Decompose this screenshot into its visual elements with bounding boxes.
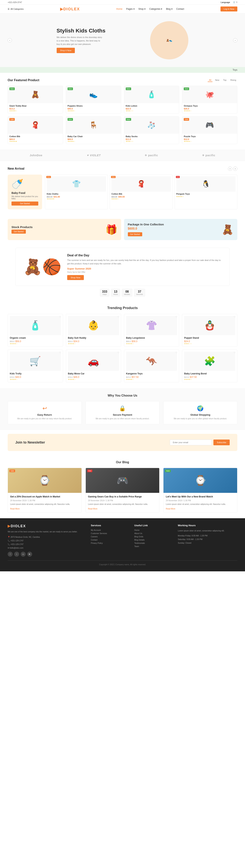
new-arrival-prev[interactable]: ‹	[228, 166, 232, 171]
filter-tab-all[interactable]: All	[208, 79, 212, 82]
product-card: Sale 🎮 Puzzle Toys $12.0 ★★★★☆	[182, 116, 237, 144]
package-cta-button[interactable]: Get Started	[128, 232, 142, 236]
promo-row: Stock Products Get Started 🎁 Package In …	[0, 215, 245, 244]
product-price: $40.0	[67, 107, 119, 110]
footer-link-item[interactable]: Testimonials	[134, 542, 174, 544]
product-image: 🐙	[182, 86, 237, 103]
trending-card: ♡ 👚 Baby Longsleeve $66.0$56.0 ★★★★☆	[124, 314, 179, 347]
arrival-badge: Hot	[176, 176, 180, 178]
nav-home[interactable]: Home	[116, 8, 122, 10]
footer-hours-desc: Lorem ipsum dolor sit amet, consectetur …	[178, 529, 237, 532]
menu-icon: ☰	[8, 8, 9, 10]
nav-pages[interactable]: Pages ▾	[126, 8, 134, 10]
why-return-desc: We are ready to give you so often an eas…	[12, 417, 78, 420]
hero-next-button[interactable]: ›	[233, 38, 237, 42]
footer-hours-col: Working Hours Lorem ipsum dolor sit amet…	[178, 524, 237, 557]
wishlist-icon[interactable]: ♡	[175, 316, 178, 318]
stock-cta-button[interactable]: Get Started	[11, 229, 26, 234]
footer-link-item[interactable]: My Account	[91, 529, 131, 531]
stock-promo-content: Stock Products Get Started	[11, 225, 32, 234]
product-stars: ★★★★☆	[67, 110, 119, 112]
blog-content: Let's Meet Up With Our a New Brand Watch…	[163, 493, 237, 512]
newsletter-section: Join to Newsletter Subscribe	[8, 434, 237, 451]
language-button[interactable]: Language	[221, 1, 230, 3]
footer-link-item[interactable]: Customer Services	[91, 532, 131, 534]
product-card: New 🧦 Baby Socks $11.0 ★★★☆☆	[124, 116, 179, 144]
trending-product-image: 👚	[126, 316, 177, 335]
nav-shop[interactable]: Shop ▾	[138, 8, 145, 10]
instagram-icon[interactable]: in	[21, 552, 26, 557]
login-button[interactable]: Log In Now	[220, 6, 237, 11]
read-more-link[interactable]: Read More	[88, 508, 98, 510]
footer-link-item[interactable]: About Us	[134, 532, 174, 534]
trending-product-stars: ★★★★☆	[184, 378, 235, 380]
new-arrival-cta[interactable]: Get Started	[11, 202, 38, 206]
all-categories-label: All Categories	[10, 8, 24, 10]
hero-image-emoji: 🧸👟	[166, 39, 172, 42]
wishlist-icon[interactable]: ♡	[234, 351, 236, 354]
package-promo-content: Package In One Collection $600.0 Get Sta…	[128, 223, 164, 236]
wishlist-icon[interactable]: ♡	[234, 316, 236, 318]
trending-product-name: Kids Trolly	[10, 372, 61, 375]
wishlist-icon[interactable]: ♡	[117, 351, 119, 354]
product-stars: ★★★★☆	[9, 110, 61, 112]
footer-link-item[interactable]: Blog Details	[134, 539, 174, 541]
countdown-seconds-num: 37	[136, 290, 143, 293]
trending-product-stars: ★★★★☆	[10, 378, 61, 380]
cart-icon[interactable]: 🛒 1	[233, 1, 237, 3]
footer-services-col: Services My Account Customer Services Ca…	[91, 524, 131, 557]
global-icon: 🌍	[167, 405, 233, 411]
wishlist-icon[interactable]: ♡	[175, 351, 178, 354]
filter-tab-top[interactable]: Top	[222, 79, 228, 82]
deal-cta-button[interactable]: Shop Now	[67, 275, 84, 280]
wishlist-icon[interactable]: ♡	[117, 316, 119, 318]
twitter-icon[interactable]: t	[14, 552, 19, 557]
package-title: Package In One Collection	[128, 223, 164, 226]
footer-link-item[interactable]: Home	[134, 529, 174, 531]
blog-card-brand-watch: New ⌚ Let's Meet Up With Our a New Brand…	[163, 468, 237, 513]
blog-meta: 29 November 2019 / 1:30 PM	[10, 499, 79, 502]
nav-categories[interactable]: Categories ▾	[149, 8, 162, 10]
trending-grid: ♡ 🧴 Organic cream $66.0$56.0 ★★★★☆ ♡ 👶 B…	[8, 314, 237, 382]
product-badge: New	[184, 88, 189, 90]
read-more-link[interactable]: Read More	[166, 508, 175, 510]
footer-phone2: 📞 +021-129-1747	[8, 542, 87, 546]
read-more-link[interactable]: Read More	[10, 508, 20, 510]
arrival-product-image: 🐧	[176, 176, 236, 192]
product-stars: ★★★★☆	[67, 141, 119, 142]
featured-header: Our Featured Product All New Top Rising	[8, 79, 237, 82]
all-categories[interactable]: ☰ All Categories	[8, 8, 24, 10]
product-image: 🎮	[182, 117, 237, 134]
product-info: Baby Car Chair $00.0 ★★★★☆	[66, 134, 121, 144]
nav-contact[interactable]: Contact	[176, 8, 184, 10]
wishlist-icon[interactable]: ♡	[59, 351, 61, 354]
trending-product-image: 🛒	[10, 352, 61, 371]
product-info: Kids Lotion $22.0 ★★★☆☆	[124, 103, 179, 113]
footer-link-item[interactable]: Careers	[91, 536, 131, 538]
footer-link-item[interactable]: Blog Grids	[134, 536, 174, 538]
trending-product-price: $56.0$34.0	[68, 340, 119, 343]
countdown-hours-label: Hours	[113, 293, 118, 295]
hero-cta-button[interactable]: Shop it Now	[57, 48, 75, 53]
facebook-icon[interactable]: f	[8, 552, 12, 557]
footer-link-item[interactable]: Contact	[91, 539, 131, 541]
arrival-badge: New	[46, 176, 51, 178]
deal-section: 🧸🏀 Deal of the Day The summer is here an…	[15, 248, 230, 286]
hero-prev-button[interactable]: ‹	[8, 38, 12, 42]
nav-blog[interactable]: Blog ▾	[166, 8, 172, 10]
blog-section: Our Blog Sale ⌚ Get a 25% Discount on Ap…	[0, 455, 245, 518]
product-image: 🧦	[124, 117, 179, 134]
product-info: Puppies Shoes $40.0 ★★★★☆	[66, 103, 121, 113]
youtube-icon[interactable]: ▶	[27, 552, 32, 557]
trending-product-stars: ★★★★☆	[126, 343, 177, 345]
footer-link-item[interactable]: Privacy Policy	[91, 542, 131, 544]
newsletter-email-input[interactable]	[170, 439, 212, 445]
filter-tab-rising[interactable]: Rising	[229, 79, 237, 82]
new-arrival-next[interactable]: ›	[233, 166, 237, 171]
trending-product-price: $14.0$37.50	[184, 376, 235, 378]
filter-tab-new[interactable]: New	[214, 79, 220, 82]
footer-link-item[interactable]: Team	[134, 546, 174, 548]
wishlist-icon[interactable]: ♡	[59, 316, 61, 318]
newsletter-subscribe-button[interactable]: Subscribe	[213, 439, 230, 445]
arrival-product-card: New 🧣 Cotton Bib $50.00$40.00 ★★★★☆	[110, 175, 172, 209]
